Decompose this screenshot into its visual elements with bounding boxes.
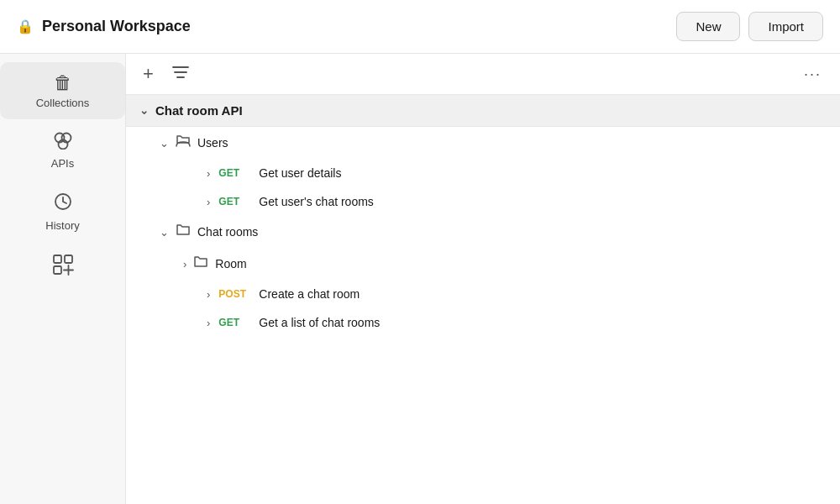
room-subfolder-label: Room [215, 257, 246, 270]
request-chevron-icon-3: › [207, 288, 210, 301]
header: 🔒 Personal Workspace New Import [0, 0, 840, 54]
content-area: + ··· ⌄ Chat room API ⌄ [126, 54, 840, 504]
folder-row-chatrooms[interactable]: ⌄ Chat rooms [126, 216, 840, 248]
new-button[interactable]: New [676, 12, 740, 41]
history-icon [53, 192, 73, 215]
request-row-post-create-chatroom[interactable]: › POST Create a chat room [126, 280, 840, 308]
sidebar-item-apis[interactable]: APIs [0, 119, 125, 180]
request-chevron-icon-4: › [207, 317, 210, 329]
users-folder-label: Users [197, 136, 228, 150]
request-label-post-create-chatroom: Create a chat room [259, 287, 360, 301]
request-row-get-user-details[interactable]: › GET Get user details [126, 159, 840, 187]
request-row-get-list-chatrooms[interactable]: › GET Get a list of chat rooms [126, 308, 840, 337]
request-row-get-user-chatrooms[interactable]: › GET Get user's chat rooms [126, 187, 840, 216]
collection-row[interactable]: ⌄ Chat room API [126, 95, 840, 127]
toolbar: + ··· [126, 54, 840, 95]
lock-icon: 🔒 [17, 18, 34, 34]
collection-tree: ⌄ Chat room API ⌄ Users › GET Get user d… [126, 95, 840, 337]
collection-chevron-icon: ⌄ [139, 104, 149, 117]
more-options-button[interactable]: ··· [797, 64, 828, 85]
chatrooms-folder-chevron-icon: ⌄ [160, 226, 169, 239]
header-buttons: New Import [676, 12, 823, 41]
main-layout: 🗑 Collections APIs History [0, 54, 840, 504]
request-label-get-user-chatrooms: Get user's chat rooms [259, 195, 374, 208]
collections-label: Collections [36, 97, 90, 109]
collection-name: Chat room API [155, 103, 243, 118]
collections-icon: 🗑 [54, 74, 72, 92]
chatrooms-folder-icon [176, 223, 191, 240]
history-label: History [45, 219, 79, 232]
method-badge-get-2: GET [218, 196, 250, 207]
svg-rect-4 [54, 255, 61, 263]
workspace-title: Personal Workspace [42, 18, 191, 35]
apis-label: APIs [51, 157, 74, 170]
header-left: 🔒 Personal Workspace [17, 18, 191, 35]
sidebar-item-new-collection[interactable] [0, 242, 125, 289]
request-chevron-icon-1: › [207, 167, 210, 180]
chatrooms-folder-label: Chat rooms [197, 225, 258, 239]
method-badge-get-3: GET [218, 317, 250, 328]
search-input[interactable] [202, 60, 789, 87]
request-label-get-user-details: Get user details [259, 166, 341, 180]
sidebar: 🗑 Collections APIs History [0, 54, 126, 504]
method-badge-post-1: POST [218, 288, 250, 300]
sidebar-item-history[interactable]: History [0, 180, 125, 242]
request-label-get-list-chatrooms: Get a list of chat rooms [259, 316, 380, 329]
subfolder-row-room[interactable]: › Room [126, 248, 840, 280]
request-chevron-icon-2: › [207, 196, 210, 208]
add-button[interactable]: + [138, 63, 159, 85]
room-chevron-icon: › [183, 258, 186, 270]
import-button[interactable]: Import [748, 12, 823, 41]
method-badge-get-1: GET [218, 167, 250, 179]
folder-row-users[interactable]: ⌄ Users [126, 127, 840, 159]
users-folder-icon [176, 134, 191, 151]
apis-icon [53, 131, 73, 153]
room-folder-icon [193, 255, 208, 272]
users-folder-chevron-icon: ⌄ [160, 137, 169, 150]
sidebar-item-collections[interactable]: 🗑 Collections [0, 62, 125, 119]
new-collection-icon [52, 254, 74, 279]
filter-button[interactable] [167, 64, 194, 85]
svg-rect-5 [65, 255, 72, 263]
svg-rect-6 [54, 266, 61, 274]
